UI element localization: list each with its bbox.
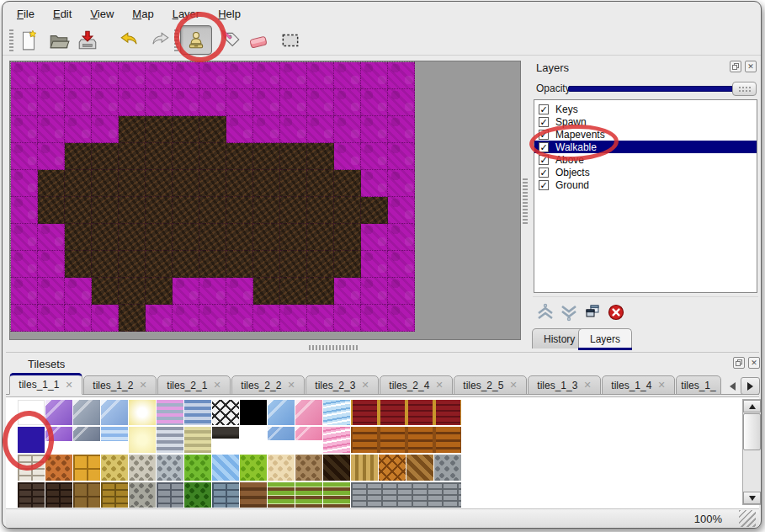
map-tile[interactable] (92, 197, 119, 224)
map-tile[interactable] (307, 305, 334, 332)
map-tile[interactable] (307, 278, 334, 305)
layer-row-spawn[interactable]: ✓Spawn (534, 115, 757, 128)
palette-tile[interactable] (157, 400, 183, 425)
tileset-tab-tiles_2_3[interactable]: tiles_2_3✕ (305, 375, 379, 395)
layer-row-mapevents[interactable]: ✓Mapevents (534, 128, 757, 141)
map-tile[interactable] (253, 143, 280, 170)
fill-tag-tool-button[interactable] (218, 28, 243, 53)
palette-tile[interactable] (351, 400, 461, 425)
delete-layer-button[interactable] (605, 301, 627, 323)
map-tile[interactable] (226, 224, 253, 251)
map-tile[interactable] (119, 170, 146, 197)
map-tile[interactable] (173, 143, 199, 170)
map-tile[interactable] (92, 224, 119, 251)
map-tile[interactable] (65, 197, 92, 224)
map-tile[interactable] (146, 251, 173, 278)
map-tile[interactable] (226, 116, 253, 143)
map-tile[interactable] (388, 197, 415, 224)
palette-tile[interactable] (18, 455, 45, 481)
palette-tile[interactable] (45, 455, 72, 481)
palette-tile[interactable] (351, 427, 461, 453)
map-tile[interactable] (38, 251, 65, 278)
duplicate-layer-button[interactable] (582, 301, 603, 323)
map-tile[interactable] (199, 62, 226, 89)
map-tile[interactable] (361, 116, 388, 143)
map-tile[interactable] (280, 116, 307, 143)
palette-tile[interactable] (101, 455, 128, 481)
checkbox-keys[interactable]: ✓ (539, 104, 549, 114)
map-tile[interactable] (146, 143, 173, 170)
tab-close-icon[interactable]: ✕ (361, 380, 369, 391)
palette-tile[interactable] (129, 482, 156, 508)
toolbar-grip[interactable] (9, 29, 13, 51)
map-tile[interactable] (119, 278, 146, 305)
map-tile[interactable] (361, 305, 388, 332)
palette-tile[interactable] (351, 482, 461, 508)
menu-view[interactable]: View (81, 4, 123, 24)
tab-scroll-right-button[interactable] (741, 377, 760, 395)
palette-tile[interactable] (73, 427, 100, 441)
map-tile[interactable] (334, 116, 361, 143)
map-tile[interactable] (334, 278, 361, 305)
map-tile[interactable] (92, 170, 119, 197)
map-tile[interactable] (173, 116, 199, 143)
tab-close-icon[interactable]: ✕ (139, 380, 146, 391)
map-tile[interactable] (307, 89, 334, 116)
map-tile[interactable] (280, 197, 307, 224)
map-tile[interactable] (334, 62, 361, 89)
map-tile[interactable] (38, 89, 65, 116)
tileset-tab-tiles_1_1[interactable]: tiles_1_1✕ (9, 373, 82, 395)
map-tile[interactable] (38, 116, 65, 143)
palette-tile[interactable] (212, 482, 239, 508)
menu-map[interactable]: Map (123, 4, 162, 24)
map-tile[interactable] (280, 251, 307, 278)
palette-tile[interactable] (379, 455, 406, 481)
palette-tile[interactable] (323, 400, 350, 425)
map-tile[interactable] (388, 143, 415, 170)
map-tile[interactable] (388, 62, 415, 89)
palette-tile[interactable] (73, 482, 100, 508)
horizontal-splitter-handle[interactable] (309, 345, 358, 350)
scrollbar-thumb[interactable] (743, 413, 761, 450)
map-tile[interactable] (38, 143, 65, 170)
palette-tile[interactable] (240, 455, 267, 481)
move-layer-up-button[interactable] (534, 301, 556, 323)
map-tile[interactable] (173, 62, 199, 89)
map-tile[interactable] (307, 197, 334, 224)
map-tile[interactable] (361, 197, 388, 224)
map-tile[interactable] (253, 305, 280, 332)
map-tile[interactable] (146, 224, 173, 251)
map-tile[interactable] (11, 224, 38, 251)
map-tile[interactable] (65, 116, 92, 143)
map-tile[interactable] (11, 251, 38, 278)
map-tile[interactable] (226, 278, 253, 305)
map-tile[interactable] (92, 251, 119, 278)
layers-panel-float-icon[interactable] (730, 61, 741, 72)
palette-tile[interactable] (45, 427, 72, 441)
map-tile[interactable] (253, 278, 280, 305)
tab-close-icon[interactable]: ✕ (213, 380, 220, 391)
redo-button[interactable] (147, 28, 173, 53)
layer-row-above[interactable]: ✓Above (534, 153, 757, 166)
map-tile[interactable] (388, 224, 415, 251)
map-tile[interactable] (119, 197, 146, 224)
map-tile[interactable] (253, 116, 280, 143)
opacity-slider-track[interactable] (568, 86, 735, 92)
palette-tile[interactable] (323, 427, 350, 453)
map-tile[interactable] (388, 116, 415, 143)
palette-tile[interactable] (18, 427, 45, 453)
palette-tile[interactable] (323, 455, 350, 481)
map-tile[interactable] (65, 62, 92, 89)
map-tile[interactable] (388, 89, 415, 116)
map-tile[interactable] (199, 170, 226, 197)
map-tile[interactable] (226, 197, 253, 224)
map-tile[interactable] (361, 170, 388, 197)
layer-row-objects[interactable]: ✓Objects (534, 166, 757, 178)
tab-close-icon[interactable]: ✕ (287, 380, 295, 391)
map-tile[interactable] (11, 143, 38, 170)
map-tile[interactable] (253, 62, 280, 89)
palette-tile[interactable] (184, 482, 211, 508)
map-tile[interactable] (388, 170, 415, 197)
palette-tile[interactable] (18, 482, 45, 508)
palette-tile[interactable] (212, 455, 239, 481)
